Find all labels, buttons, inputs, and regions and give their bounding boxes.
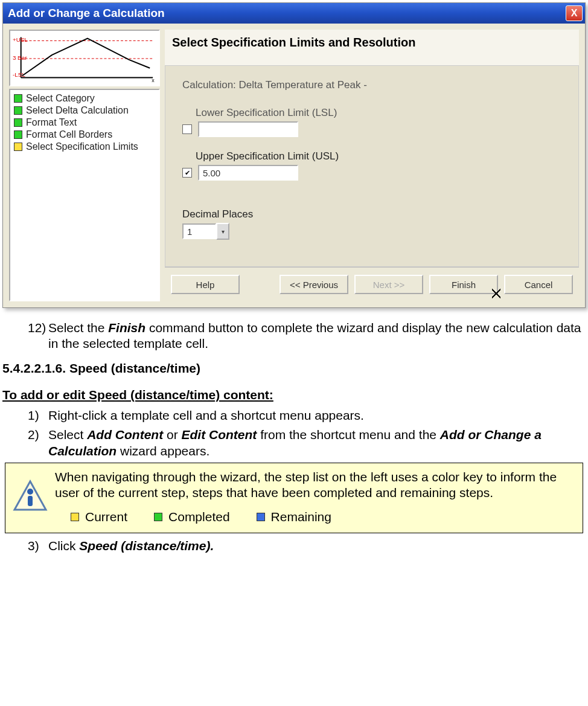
chevron-down-icon[interactable]: ▾ [216, 223, 229, 240]
usl-label: Upper Specification Limit (USL) [196, 150, 561, 162]
svg-rect-10 [28, 496, 33, 506]
calculation-label: Calculation: Delta Temperature at Peak - [182, 79, 561, 91]
item-number: 2) [28, 427, 48, 459]
item-text: Click Speed (distance/time). [48, 538, 214, 554]
right-panel: Select Specification Limits and Resoluti… [165, 30, 579, 301]
usl-input[interactable]: 5.00 [198, 165, 298, 181]
step-list: Select Category Select Delta Calculation… [9, 89, 160, 301]
step-status-icon [14, 94, 22, 103]
square-icon [71, 513, 79, 521]
lsl-input[interactable] [198, 121, 298, 137]
step-item: Select Specification Limits [14, 141, 155, 153]
window-title: Add or Change a Calculation [8, 7, 165, 20]
lsl-checkbox[interactable] [182, 124, 192, 134]
decimal-places-label: Decimal Places [182, 208, 561, 220]
step-label: Select Category [26, 93, 95, 104]
help-button[interactable]: Help [171, 275, 240, 294]
step-item: Format Text [14, 117, 155, 129]
info-box: When navigating through the wizard, the … [5, 463, 583, 533]
dialog-body: +USL 3 Bar -LSL x Select Category Select… [3, 24, 585, 307]
decimal-places-select[interactable]: 1 ▾ [182, 223, 229, 240]
close-button[interactable]: X [566, 5, 583, 21]
svg-text:x: x [152, 77, 155, 83]
item-number: 12) [28, 320, 48, 352]
button-row: Help << Previous Next >> Finish Cancel [165, 267, 579, 301]
legend: Current Completed Remaining [71, 509, 577, 525]
sub-heading: To add or edit Speed (distance/time) con… [2, 387, 586, 403]
page-header: Select Specification Limits and Resoluti… [165, 30, 579, 66]
wizard-dialog: Add or Change a Calculation X +USL 3 Bar… [2, 2, 586, 308]
step-item: Select Category [14, 92, 155, 104]
square-icon [257, 513, 265, 521]
square-icon [154, 513, 162, 521]
step-item: Select Delta Calculation [14, 104, 155, 117]
previous-button[interactable]: << Previous [280, 275, 348, 294]
svg-text:3 Bar: 3 Bar [13, 54, 27, 61]
left-panel: +USL 3 Bar -LSL x Select Category Select… [9, 30, 160, 301]
step-status-icon [14, 143, 22, 151]
list-item: 3) Click Speed (distance/time). [28, 538, 586, 554]
decimal-places-value: 1 [182, 223, 216, 239]
step-status-icon [14, 106, 22, 115]
section-heading: 5.4.2.2.1.6. Speed (distance/time) [2, 361, 586, 376]
lsl-label: Lower Specification Limit (LSL) [196, 107, 561, 119]
list-item: 2) Select Add Content or Edit Content fr… [28, 427, 586, 459]
step-item: Format Cell Borders [14, 129, 155, 141]
step-status-icon [14, 130, 22, 139]
close-icon: X [571, 8, 578, 19]
info-content: When navigating through the wizard, the … [55, 469, 577, 525]
step-label: Format Text [26, 117, 77, 128]
item-text: Select the Finish command button to comp… [48, 320, 586, 352]
item-number: 3) [28, 538, 48, 554]
svg-point-9 [27, 489, 33, 495]
step-label: Format Cell Borders [26, 129, 112, 140]
legend-completed: Completed [154, 509, 230, 525]
step-label: Select Delta Calculation [26, 105, 129, 116]
list-item: 1) Right-click a template cell and a sho… [28, 408, 586, 423]
svg-text:+USL: +USL [13, 36, 28, 43]
preview-chart: +USL 3 Bar -LSL x [9, 30, 160, 86]
info-text: When navigating through the wizard, the … [55, 469, 577, 501]
legend-current: Current [71, 509, 127, 525]
item-number: 1) [28, 408, 48, 423]
finish-button[interactable]: Finish [429, 275, 498, 294]
item-text: Right-click a template cell and a shortc… [48, 408, 364, 423]
next-button: Next >> [354, 275, 423, 294]
usl-checkbox[interactable]: ✔ [182, 168, 192, 178]
form-area: Calculation: Delta Temperature at Peak -… [165, 66, 579, 267]
step-status-icon [14, 118, 22, 127]
item-text: Select Add Content or Edit Content from … [48, 427, 586, 459]
step-label: Select Specification Limits [26, 141, 138, 152]
cancel-button[interactable]: Cancel [504, 275, 573, 294]
legend-remaining: Remaining [257, 509, 331, 525]
document-text: 12) Select the Finish command button to … [0, 308, 588, 562]
list-item: 12) Select the Finish command button to … [28, 320, 586, 352]
info-icon [11, 478, 49, 516]
titlebar: Add or Change a Calculation X [3, 3, 585, 24]
